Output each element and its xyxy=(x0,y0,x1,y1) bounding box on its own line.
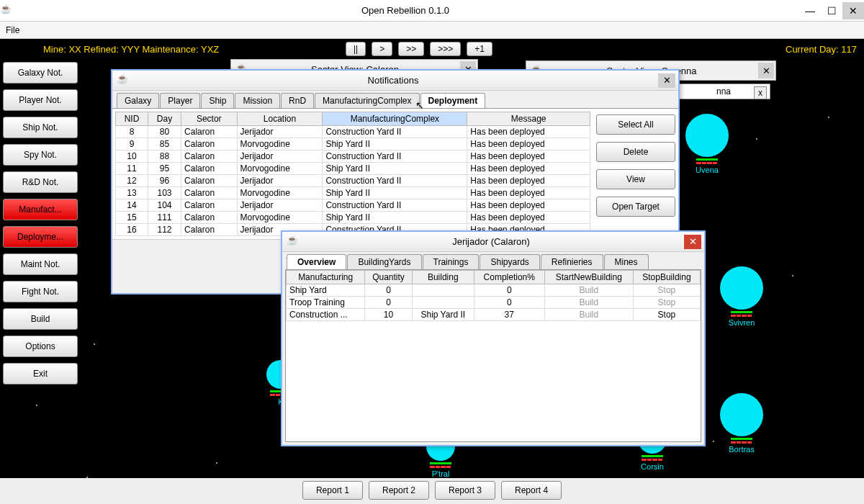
reports-bar: Report 1Report 2Report 3Report 4 xyxy=(0,480,864,501)
sidebar-item-8[interactable]: Fight Not. xyxy=(3,281,78,302)
notif-action-open-target[interactable]: Open Target xyxy=(596,197,675,217)
report-button-1[interactable]: Report 1 xyxy=(302,481,363,500)
notif-tab-galaxy[interactable]: Galaxy xyxy=(117,93,159,108)
info-bar: Mine: XX Refined: YYY Maintenance: YXZ |… xyxy=(0,39,864,59)
planet-row[interactable]: Ship Yard00BuildStop xyxy=(287,284,701,297)
planet-svivren[interactable]: Svivren xyxy=(720,266,763,327)
notif-row[interactable]: 985CalaronMorvogodineShip Yard IIHas bee… xyxy=(116,138,590,150)
notif-tab-player[interactable]: Player xyxy=(160,93,200,108)
notifications-title: Notifications xyxy=(128,75,658,86)
notif-header-message[interactable]: Message xyxy=(467,112,590,126)
planet-bortras[interactable]: Bortras xyxy=(720,393,763,454)
java-icon xyxy=(117,75,128,86)
notifications-actions: Select AllDeleteViewOpen Target xyxy=(590,112,675,236)
build-button: Build xyxy=(544,297,633,309)
planet-header-quantity[interactable]: Quantity xyxy=(365,271,412,284)
sidebar-item-7[interactable]: Maint Not. xyxy=(3,253,78,275)
app-title: Open Rebellion 0.1.0 xyxy=(12,5,799,16)
current-day-label: Current Day: 117 xyxy=(786,44,857,55)
notif-row[interactable]: 1296CalaronJerijadorConstruction Yard II… xyxy=(116,175,590,187)
report-button-3[interactable]: Report 3 xyxy=(435,481,495,500)
planet-header-building[interactable]: Building xyxy=(412,271,474,284)
sidebar-item-4[interactable]: R&D Not. xyxy=(3,171,78,193)
notif-header-manufacturingcomplex[interactable]: ManufacturingComplex xyxy=(323,112,467,126)
planet-row[interactable]: Construction ...10Ship Yard II37BuildSto… xyxy=(287,309,701,321)
notifications-close-button[interactable]: ✕ xyxy=(658,73,675,88)
notif-row[interactable]: 15111CalaronMorvogodineShip Yard IIHas b… xyxy=(116,212,590,224)
menu-file[interactable]: File xyxy=(6,25,19,35)
notifications-table: NIDDaySectorLocationManufacturingComplex… xyxy=(115,112,590,236)
sector-view-right-close[interactable]: ✕ xyxy=(758,63,774,78)
notif-header-day[interactable]: Day xyxy=(148,112,181,126)
planet-uvena[interactable]: Uvena xyxy=(685,114,729,174)
planet-tab-overview[interactable]: Overview xyxy=(287,254,346,269)
build-button: Build xyxy=(544,284,633,297)
notif-header-location[interactable]: Location xyxy=(237,112,323,126)
notif-action-view[interactable]: View xyxy=(596,169,675,189)
notifications-titlebar: Notifications ✕ xyxy=(112,71,678,91)
speed-button-3[interactable]: >>> xyxy=(430,42,461,56)
notif-tab-deployment[interactable]: Deployment xyxy=(420,93,486,108)
notif-row[interactable]: 1195CalaronMorvogodineShip Yard IIHas be… xyxy=(116,163,590,175)
planet-tab-refinieries[interactable]: Refinieries xyxy=(541,254,603,269)
speed-button-0[interactable]: || xyxy=(346,42,366,56)
sidebar-item-3[interactable]: Spy Not. xyxy=(3,144,78,166)
notif-tab-rnd[interactable]: RnD xyxy=(281,93,314,108)
sidebar-item-1[interactable]: Player Not. xyxy=(3,89,78,111)
planet-tab-buildingyards[interactable]: BuildingYards xyxy=(347,254,421,269)
window-maximize-button[interactable]: ☐ xyxy=(821,2,842,19)
sidebar-item-0[interactable]: Galaxy Not. xyxy=(3,62,78,84)
stop-button: Stop xyxy=(633,297,700,309)
stop-button: Stop xyxy=(633,284,700,297)
planet-window: Jerijador (Calaron) ✕ OverviewBuildingYa… xyxy=(281,230,706,446)
sidebar-item-2[interactable]: Ship Not. xyxy=(3,117,78,138)
right-sector-panel: nna x xyxy=(677,84,770,99)
sidebar-item-6[interactable]: Deployme... xyxy=(3,226,78,248)
planet-tab-shipyards[interactable]: Shipyards xyxy=(480,254,539,269)
notif-row[interactable]: 13103CalaronMorvogodineShip Yard IIHas b… xyxy=(116,187,590,199)
notif-header-nid[interactable]: NID xyxy=(116,112,148,126)
java-icon xyxy=(0,5,12,17)
right-sector-close[interactable]: x xyxy=(754,86,767,99)
planet-window-titlebar: Jerijador (Calaron) ✕ xyxy=(282,232,704,252)
speed-button-4[interactable]: +1 xyxy=(467,42,492,56)
speed-button-1[interactable]: > xyxy=(372,42,392,56)
build-button: Build xyxy=(544,309,633,321)
java-icon xyxy=(287,236,298,248)
sidebar-item-9[interactable]: Build xyxy=(3,308,78,330)
planet-row[interactable]: Troop Training00BuildStop xyxy=(287,297,701,309)
stop-button[interactable]: Stop xyxy=(633,309,700,321)
planet-tab-mines[interactable]: Mines xyxy=(604,254,649,269)
notif-tab-ship[interactable]: Ship xyxy=(201,93,234,108)
notif-row[interactable]: 1088CalaronJerijadorConstruction Yard II… xyxy=(116,150,590,163)
window-minimize-button[interactable]: — xyxy=(799,2,821,19)
report-button-4[interactable]: Report 4 xyxy=(501,481,562,500)
sidebar-item-11[interactable]: Exit xyxy=(3,363,78,384)
resources-label: Mine: XX Refined: YYY Maintenance: YXZ xyxy=(43,44,219,55)
planet-header-startnewbuilding[interactable]: StartNewBuilding xyxy=(544,271,633,284)
notif-tab-mission[interactable]: Mission xyxy=(235,93,280,108)
sidebar-item-5[interactable]: Manufact... xyxy=(3,199,78,220)
planet-header-completion%[interactable]: Completion% xyxy=(474,271,544,284)
notif-action-select-all[interactable]: Select All xyxy=(596,114,675,135)
planet-window-title: Jerijador (Calaron) xyxy=(298,236,684,247)
planet-tab-trainings[interactable]: Trainings xyxy=(423,254,480,269)
window-close-button[interactable]: ✕ xyxy=(842,2,864,19)
sidebar: Galaxy Not.Player Not.Ship Not.Spy Not.R… xyxy=(3,62,78,384)
planet-manufacturing-table: ManufacturingQuantityBuildingCompletion%… xyxy=(286,270,701,321)
notif-row[interactable]: 880CalaronJerijadorConstruction Yard IIH… xyxy=(116,126,590,138)
window-titlebar: Open Rebellion 0.1.0 — ☐ ✕ xyxy=(0,0,864,22)
notifications-tabs: GalaxyPlayerShipMissionRnDManufacturingC… xyxy=(112,91,678,108)
report-button-2[interactable]: Report 2 xyxy=(369,481,429,500)
speed-button-2[interactable]: >> xyxy=(398,42,424,56)
notif-row[interactable]: 14104CalaronJerijadorConstruction Yard I… xyxy=(116,199,590,212)
planet-window-tabs: OverviewBuildingYardsTrainingsShipyardsR… xyxy=(282,252,704,269)
planet-header-stopbuilding[interactable]: StopBuilding xyxy=(633,271,700,284)
sidebar-item-10[interactable]: Options xyxy=(3,336,78,357)
planet-window-close-button[interactable]: ✕ xyxy=(684,235,701,249)
menubar: File xyxy=(0,22,864,39)
notif-tab-manufacturingcomplex[interactable]: ManufacturingComplex xyxy=(315,93,419,108)
notif-action-delete[interactable]: Delete xyxy=(596,142,675,162)
notif-header-sector[interactable]: Sector xyxy=(181,112,237,126)
planet-header-manufacturing[interactable]: Manufacturing xyxy=(287,271,365,284)
